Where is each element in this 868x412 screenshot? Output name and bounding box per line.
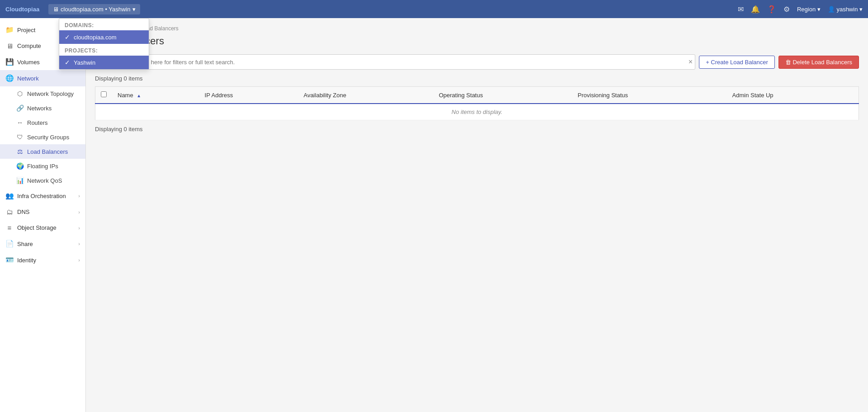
- domain-item-cloudtopiaa[interactable]: ✓ cloudtopiaa.com: [59, 30, 149, 44]
- sidebar-dns-label: DNS: [17, 208, 29, 215]
- domain-project-dropdown: Domains: ✓ cloudtopiaa.com Projects: ✓ Y…: [59, 18, 149, 70]
- navbar-window-icon: 🖥: [53, 6, 59, 13]
- sidebar-load-balancers-label: Load Balancers: [27, 148, 68, 155]
- displaying-count-bottom: Displaying 0 items: [95, 126, 859, 133]
- sidebar-item-identity[interactable]: 🪪 Identity ›: [0, 252, 85, 268]
- col-name-label: Name: [118, 92, 133, 99]
- project-icon: 📁: [5, 26, 14, 34]
- bell-icon[interactable]: 🔔: [751, 5, 760, 14]
- chevron-right-storage-icon: ›: [78, 225, 80, 231]
- col-ip-label: IP Address: [205, 92, 233, 99]
- select-all-checkbox[interactable]: [101, 91, 107, 97]
- identity-icon: 🪪: [5, 256, 14, 264]
- sidebar-item-infra-orchestration[interactable]: 👥 Infra Orchestration ›: [0, 188, 85, 204]
- col-admin-state-label: Admin State Up: [732, 92, 774, 99]
- check-icon: ✓: [65, 33, 70, 41]
- projects-section-label: Projects:: [59, 44, 149, 56]
- region-label: Region: [797, 6, 816, 13]
- table-empty-row: No items to display.: [95, 104, 859, 120]
- col-prov-status-label: Provisioning Status: [578, 92, 628, 99]
- table-header-op-status[interactable]: Operating Status: [434, 87, 572, 104]
- domain-project-button[interactable]: 🖥 cloudtopiaa.com • Yashwin ▾: [48, 4, 140, 14]
- mail-icon[interactable]: ✉: [738, 5, 744, 14]
- sidebar-compute-label: Compute: [17, 43, 41, 49]
- networks-icon: 🔗: [16, 104, 24, 112]
- sidebar-floating-ips-label: Floating IPs: [27, 163, 58, 170]
- share-icon: 📄: [5, 240, 14, 248]
- project-item-yashwin[interactable]: ✓ Yashwin: [59, 56, 149, 69]
- sidebar-project-label: Project: [17, 27, 35, 33]
- sidebar-network-qos-label: Network QoS: [27, 177, 62, 184]
- sidebar-item-routers[interactable]: ↔ Routers: [0, 115, 85, 130]
- filter-input[interactable]: [132, 54, 695, 70]
- create-load-balancer-button[interactable]: + Create Load Balancer: [699, 56, 775, 69]
- sidebar-item-share[interactable]: 📄 Share ›: [0, 236, 85, 252]
- sidebar-volumes-label: Volumes: [17, 59, 40, 66]
- sidebar-item-network[interactable]: 🌐 Network: [0, 70, 85, 86]
- domains-section-label: Domains:: [59, 19, 149, 30]
- infra-orchestration-icon: 👥: [5, 192, 14, 200]
- table-body: No items to display.: [95, 104, 859, 120]
- security-groups-icon: 🛡: [16, 133, 24, 141]
- chevron-right-dns-icon: ›: [78, 209, 80, 215]
- table-header: Name ▲ IP Address Availability Zone Oper…: [95, 87, 859, 104]
- table-header-name[interactable]: Name ▲: [112, 87, 199, 104]
- sidebar-item-network-topology[interactable]: ⬡ Network Topology: [0, 86, 85, 101]
- sidebar-share-label: Share: [17, 241, 33, 247]
- sidebar: 📁 Project 🖥 Compute 💾 Volumes 🌐 Network …: [0, 18, 86, 412]
- chevron-right-identity-icon: ›: [78, 257, 80, 263]
- filter-clear-button[interactable]: ×: [689, 58, 693, 66]
- sidebar-item-object-storage[interactable]: ≡ Object Storage ›: [0, 220, 85, 236]
- sidebar-item-network-qos[interactable]: 📊 Network QoS: [0, 173, 85, 188]
- sidebar-network-topology-label: Network Topology: [27, 90, 74, 97]
- sidebar-routers-label: Routers: [27, 119, 48, 126]
- table-header-prov-status[interactable]: Provisioning Status: [572, 87, 727, 104]
- no-items-message: No items to display.: [95, 104, 859, 120]
- sidebar-item-load-balancers[interactable]: ⚖ Load Balancers: [0, 144, 85, 159]
- sort-icon: ▲: [137, 93, 141, 98]
- floating-ips-icon: 🌍: [16, 162, 24, 170]
- breadcrumb: Project / Network / Load Balancers: [95, 25, 859, 32]
- main-content: Project / Network / Load Balancers Load …: [86, 18, 868, 412]
- page-title: Load Balancers: [95, 35, 859, 47]
- navbar-icons: ✉ 🔔 ❓ ⚙ Region ▾ 👤 yashwin ▾: [738, 5, 863, 14]
- compute-icon: 🖥: [5, 42, 14, 50]
- table-header-ip[interactable]: IP Address: [199, 87, 298, 104]
- domain-item-label: cloudtopiaa.com: [74, 34, 117, 41]
- table-select-all-header[interactable]: [95, 87, 113, 104]
- dns-icon: 🗂: [5, 208, 14, 216]
- sidebar-item-security-groups[interactable]: 🛡 Security Groups: [0, 130, 85, 144]
- project-item-label: Yashwin: [74, 59, 95, 66]
- user-menu-button[interactable]: 👤 yashwin ▾: [828, 6, 863, 13]
- col-az-label: Availability Zone: [303, 92, 346, 99]
- table-header-az[interactable]: Availability Zone: [298, 87, 433, 104]
- col-op-status-label: Operating Status: [439, 92, 483, 99]
- network-topology-icon: ⬡: [16, 90, 24, 97]
- sidebar-item-floating-ips[interactable]: 🌍 Floating IPs: [0, 159, 85, 173]
- volumes-icon: 💾: [5, 58, 14, 66]
- check-icon-project: ✓: [65, 59, 70, 66]
- sidebar-infra-orchestration-label: Infra Orchestration: [17, 193, 66, 199]
- network-icon: 🌐: [5, 74, 14, 82]
- chevron-down-icon: ▾: [132, 6, 136, 13]
- network-qos-icon: 📊: [16, 177, 24, 184]
- sidebar-item-dns[interactable]: 🗂 DNS ›: [0, 204, 85, 220]
- sidebar-networks-label: Networks: [27, 105, 52, 112]
- sidebar-security-groups-label: Security Groups: [27, 134, 69, 141]
- user-label: yashwin: [836, 6, 858, 13]
- brand-logo: Cloudtopiaa: [5, 6, 39, 13]
- settings-icon[interactable]: ⚙: [783, 5, 790, 14]
- region-button[interactable]: Region ▾: [797, 6, 821, 13]
- chevron-right-share-icon: ›: [78, 241, 80, 246]
- domain-project-label: cloudtopiaa.com • Yashwin: [61, 6, 130, 13]
- delete-load-balancers-button[interactable]: 🗑 Delete Load Balancers: [778, 56, 859, 69]
- routers-icon: ↔: [16, 119, 24, 126]
- filter-row: Name × + Create Load Balancer 🗑 Delete L…: [95, 54, 859, 70]
- sidebar-item-networks[interactable]: 🔗 Networks: [0, 101, 85, 115]
- load-balancers-table: Name ▲ IP Address Availability Zone Oper…: [95, 86, 859, 120]
- sidebar-network-label: Network: [17, 75, 39, 82]
- sidebar-object-storage-label: Object Storage: [17, 224, 57, 231]
- navbar: Cloudtopiaa 🖥 cloudtopiaa.com • Yashwin …: [0, 0, 868, 18]
- help-icon[interactable]: ❓: [767, 5, 776, 14]
- table-header-admin-state[interactable]: Admin State Up: [727, 87, 859, 104]
